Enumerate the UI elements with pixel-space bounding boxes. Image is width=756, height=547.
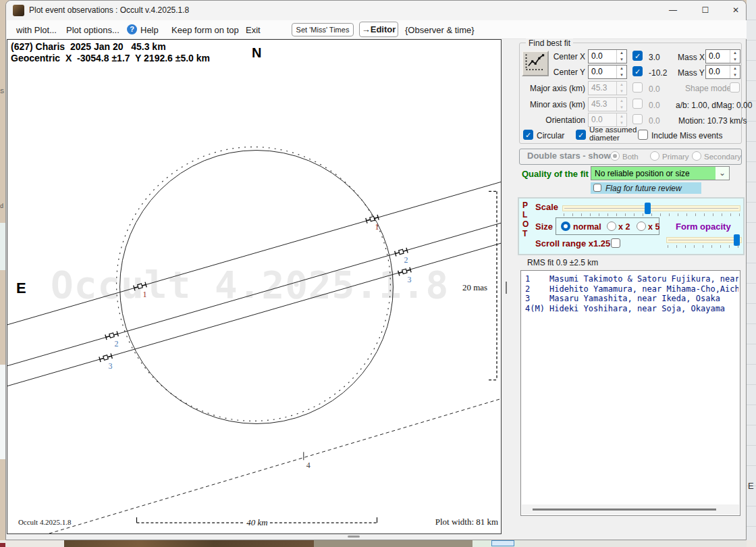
opacity-slider-thumb[interactable]: [734, 234, 740, 246]
list-item[interactable]: 4(M)Hideki Yoshihara, near Soja, Okayama: [525, 304, 738, 314]
orientation-spinner: 0.0 ▲▼: [588, 113, 627, 127]
chevron-down-icon[interactable]: ⌄: [716, 167, 729, 180]
rms-fit-label: RMS fit 0.9 ±2.5 km: [527, 258, 598, 267]
chord-label: 3: [109, 361, 113, 371]
center-x-spinner[interactable]: 0.0 ▲▼: [588, 49, 627, 63]
spin-down-icon[interactable]: ▼: [730, 57, 740, 63]
opacity-slider-ticks: [668, 245, 742, 248]
double-secondary-label: Secondary: [704, 153, 741, 161]
chord-label: 4: [306, 461, 310, 470]
spin-up-icon[interactable]: ▲: [730, 66, 740, 72]
scale-slider[interactable]: [562, 205, 740, 211]
spin-up-icon: ▲: [617, 113, 626, 120]
size-x5-label: x 5: [648, 222, 659, 232]
minimize-icon[interactable]: —: [657, 1, 688, 20]
observer-listbox[interactable]: 1Masumi Takimoto & Satoru Fujikura, near…: [520, 270, 740, 516]
chord-label: 1: [375, 222, 379, 232]
title-bar[interactable]: Plot event observations : Occult v.4.202…: [6, 1, 746, 20]
menu-plot-options[interactable]: Plot options...: [66, 25, 119, 35]
chord-2: [7, 223, 501, 365]
circular-checkbox[interactable]: ✓: [523, 130, 533, 140]
close-icon[interactable]: ✕: [720, 1, 751, 20]
list-item[interactable]: 1Masumi Takimoto & Satoru Fujikura, near: [525, 274, 738, 284]
maximize-icon[interactable]: ☐: [690, 1, 721, 20]
menu-bar: with Plot... Plot options... ? Help Keep…: [7, 20, 747, 39]
list-item[interactable]: 2Hidehito Yamamura, near Mihama-Cho,Aich: [525, 284, 738, 294]
scale-label: Scale: [535, 202, 558, 212]
size-normal-radio[interactable]: [561, 222, 570, 231]
resize-grip[interactable]: [348, 536, 360, 538]
chord-label: 3: [407, 275, 411, 284]
observer-time-label: {Observer & time}: [405, 25, 475, 35]
size-x5-radio[interactable]: [637, 222, 646, 231]
scale-slider-thumb[interactable]: [645, 203, 651, 214]
size-normal-label: normal: [573, 222, 601, 232]
menu-keep-on-top[interactable]: Keep form on top: [171, 25, 239, 35]
spin-up-icon[interactable]: ▲: [617, 66, 626, 72]
spin-up-icon[interactable]: ▲: [730, 50, 740, 57]
plot-credit: Occult 4.2025.1.8: [18, 518, 72, 526]
scrollbar-thumb[interactable]: [533, 509, 716, 511]
menu-with-plot[interactable]: with Plot...: [16, 25, 57, 35]
check-icon: ✓: [578, 131, 584, 139]
splitter-grip[interactable]: [506, 282, 507, 294]
plot-canvas: 1 1 2 2 3 3 4 20 mas: [7, 40, 501, 533]
motion-label: Motion: 10.73 km/s: [678, 116, 747, 126]
fit-orientation-checkbox: [632, 114, 643, 124]
plot-width-label: Plot width: 81 km: [435, 517, 498, 527]
editor-button[interactable]: →Editor: [359, 22, 398, 37]
quality-dropdown[interactable]: No reliable position or size ⌄: [591, 166, 730, 180]
form-opacity-slider[interactable]: [666, 237, 742, 243]
chord-1: [7, 182, 501, 324]
center-y-spinner[interactable]: 0.0 ▲▼: [588, 65, 627, 79]
km-scale-label: 40 km: [246, 517, 267, 527]
spin-down-icon[interactable]: ▼: [730, 72, 740, 79]
background-fragment: E: [748, 481, 754, 491]
app-window: Plot event observations : Occult v.4.202…: [5, 0, 747, 540]
flag-review-label: Flag for future review: [605, 184, 682, 193]
center-y-fit-value: -10.2: [649, 68, 667, 78]
fitted-circle: [120, 151, 394, 424]
check-icon: ✓: [525, 131, 531, 139]
size-x2-radio[interactable]: [607, 222, 616, 231]
shape-model-label: Shape model: [685, 84, 733, 93]
background-window-bottom: [473, 540, 520, 547]
plot-header-line1: (627) Charis 2025 Jan 20 45.3 km: [11, 41, 166, 52]
find-best-fit-title: Find best fit: [526, 38, 573, 48]
horizontal-scrollbar[interactable]: [522, 504, 739, 515]
menu-help[interactable]: Help: [140, 25, 159, 35]
quality-label: Quality of the fit: [522, 169, 589, 179]
spin-down-icon[interactable]: ▼: [617, 72, 626, 79]
help-icon[interactable]: ?: [127, 24, 137, 34]
observer-number: 2: [525, 284, 549, 294]
fit-center-x-checkbox[interactable]: ✓: [632, 51, 643, 61]
chord-label: 2: [115, 339, 119, 348]
flag-review-checkbox[interactable]: [593, 184, 601, 192]
window-title: Plot event observations : Occult v.4.202…: [29, 5, 189, 15]
background-window-left: S d: [0, 0, 5, 547]
include-miss-events-checkbox[interactable]: [638, 130, 648, 140]
spin-up-icon: ▲: [617, 82, 626, 88]
center-x-fit-value: 3.0: [649, 53, 660, 62]
scroll-range-checkbox[interactable]: [611, 238, 620, 248]
mass-y-spinner[interactable]: 0.0 ▲▼: [705, 65, 740, 79]
use-assumed-diameter-checkbox[interactable]: ✓: [576, 130, 586, 140]
ab-dmag-label: a/b: 1.00, dMag: 0.00: [676, 101, 752, 110]
spin-down-icon[interactable]: ▼: [617, 57, 626, 63]
desktop-image: [64, 540, 314, 547]
chord-3: [7, 243, 501, 386]
set-miss-times-button[interactable]: Set 'Miss' Times: [292, 23, 354, 36]
observer-number: 3: [525, 294, 549, 304]
spin-up-icon[interactable]: ▲: [617, 50, 626, 57]
mass-x-spinner[interactable]: 0.0 ▲▼: [705, 49, 740, 63]
mass-x-label: Mass X: [678, 53, 705, 62]
menu-exit[interactable]: Exit: [246, 25, 261, 35]
east-label: E: [16, 280, 26, 297]
list-item[interactable]: 3Masaru Yamashita, near Ikeda, Osaka: [525, 294, 738, 304]
mass-y-label: Mass Y: [678, 68, 705, 78]
desktop-file-label-area: 2025Jan21_Arecibo_FA.png: [520, 540, 747, 547]
double-stars-title: Double stars - show: [527, 151, 611, 161]
fit-center-y-checkbox[interactable]: ✓: [632, 66, 643, 76]
observer-name: Masaru Yamashita, near Ikeda, Osaka: [549, 294, 720, 304]
quality-value: No reliable position or size: [591, 167, 716, 180]
